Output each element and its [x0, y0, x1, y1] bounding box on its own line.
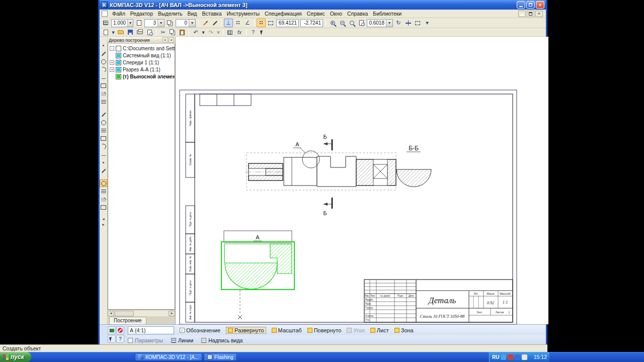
pan-button[interactable]: [404, 19, 413, 27]
close-button[interactable]: ×: [536, 1, 544, 9]
tree-item-detail-element-3[interactable]: (т) Выносной элемент 3: [108, 73, 175, 80]
tab-view-label[interactable]: Надпись вида: [201, 337, 243, 343]
left-tool-icon-12[interactable]: [100, 135, 107, 142]
menu-item-editor[interactable]: Редактор: [128, 10, 155, 17]
left-tool-icon-13[interactable]: [100, 143, 107, 150]
help-button[interactable]: ?: [249, 28, 258, 37]
mdi-close-button[interactable]: ×: [535, 11, 543, 17]
zoom-in-button[interactable]: [328, 19, 337, 27]
menu-item-libraries[interactable]: Библиотеки: [370, 10, 404, 17]
left-tool-icon-15[interactable]: [100, 159, 107, 166]
expand-toggle[interactable]: +: [110, 60, 114, 65]
toggle-angle[interactable]: Угол: [347, 327, 365, 333]
save-button[interactable]: [126, 28, 135, 37]
scroll-thumb[interactable]: [115, 311, 134, 316]
mdi-minimize-button[interactable]: [518, 11, 526, 17]
spec-manager-button[interactable]: [225, 28, 234, 37]
redo-button[interactable]: ↷: [206, 28, 215, 37]
taskbar-item-kompas[interactable]: КОМПАС-3D V12 - [А...: [135, 353, 202, 361]
left-tool-icon-4[interactable]: [100, 66, 107, 73]
drawing-canvas[interactable]: Перв. примен. Справ. № Подп. и дата Инв.…: [176, 37, 548, 324]
left-tool-icon-9[interactable]: [100, 111, 107, 118]
menu-item-help[interactable]: Справка: [345, 10, 370, 17]
local-csys-button[interactable]: [210, 19, 219, 27]
mdi-restore-button[interactable]: [527, 11, 534, 17]
ortho-drawing-toggle[interactable]: ⊥: [224, 19, 233, 27]
toggle-scale[interactable]: Масштаб: [272, 327, 302, 333]
minimize-button[interactable]: [517, 1, 525, 9]
view-designation-input[interactable]: А (4:1): [128, 326, 174, 334]
zoom-rect-button[interactable]: [347, 19, 356, 27]
view-options-dropdown[interactable]: ▾: [423, 19, 432, 27]
drawing-svg[interactable]: Перв. примен. Справ. № Подп. и дата Инв.…: [176, 37, 548, 324]
round-coords-button[interactable]: [266, 19, 275, 27]
mdi-document-icon[interactable]: [102, 11, 108, 17]
tab-parameters[interactable]: Параметры: [128, 337, 163, 343]
scroll-left-button[interactable]: ◂: [108, 311, 114, 316]
left-tool-icon-19[interactable]: [100, 196, 107, 203]
tree-item-system-view[interactable]: Системный вид (1:1): [108, 52, 175, 59]
toggle-zone[interactable]: Зона: [394, 327, 414, 333]
left-tool-icon-18[interactable]: [100, 188, 107, 195]
redo-dropdown[interactable]: ▾: [216, 28, 221, 37]
expand-toggle[interactable]: +: [110, 67, 114, 72]
undo-dropdown[interactable]: ▾: [201, 28, 206, 37]
menu-item-service[interactable]: Сервис: [304, 10, 328, 17]
snap-setup-button[interactable]: [233, 19, 243, 27]
paste-button[interactable]: [178, 28, 187, 37]
left-tool-icon-3[interactable]: [100, 58, 107, 65]
print-button[interactable]: [135, 28, 144, 37]
menu-item-insert[interactable]: Вставка: [199, 10, 224, 17]
cursor-step-combo[interactable]: 1.000 ▾: [111, 19, 133, 27]
show-all-button[interactable]: [413, 19, 422, 27]
property-help-button[interactable]: ?: [116, 335, 124, 343]
language-indicator[interactable]: RU: [492, 354, 499, 360]
copy-button[interactable]: [168, 28, 177, 37]
tab-construction[interactable]: Построение: [109, 317, 146, 324]
angle-snap-button[interactable]: ∠: [243, 19, 252, 27]
zoom-page-button[interactable]: [357, 19, 366, 27]
undo-button[interactable]: ↶: [191, 28, 200, 37]
toggle-sheet[interactable]: Лист: [370, 327, 389, 333]
current-layer-combo[interactable]: 0 ▾: [176, 19, 196, 27]
current-view-combo[interactable]: 3 ▾: [144, 19, 165, 27]
tree-item-root[interactable]: - C:\Documents and Settings\студе: [108, 45, 175, 52]
menu-item-specification[interactable]: Спецификация: [262, 10, 304, 17]
tab-lines[interactable]: Линии: [171, 337, 193, 343]
tree-item-section-aa[interactable]: + Разрез А-А (1:1): [108, 66, 175, 73]
layer-list-button[interactable]: [166, 19, 175, 27]
tray-icon-2[interactable]: [508, 354, 513, 360]
left-tool-icon-20[interactable]: [100, 204, 107, 211]
tree-close-button[interactable]: ×: [169, 37, 174, 43]
start-button[interactable]: пуск: [0, 352, 31, 362]
left-tool-icon-11[interactable]: [100, 127, 107, 134]
cursor-step-button[interactable]: [101, 19, 110, 27]
toggle-rotated[interactable]: Повернуто: [307, 327, 342, 333]
left-tool-icon-5[interactable]: [100, 74, 107, 81]
pin-button[interactable]: ▪: [163, 37, 168, 43]
refresh-view-button[interactable]: ↻: [394, 19, 403, 27]
cut-button[interactable]: ✂: [158, 28, 168, 37]
expand-toggle[interactable]: -: [110, 46, 114, 51]
menu-item-view[interactable]: Вид: [185, 10, 199, 17]
tree-item-front-view[interactable]: + Спереди 1 (1:1): [108, 59, 175, 66]
left-tool-icon-2[interactable]: [100, 50, 107, 57]
left-tool-icon-7[interactable]: [100, 90, 107, 98]
panel-scroll-down[interactable]: ▸: [102, 222, 104, 227]
preview-button[interactable]: [145, 28, 154, 37]
create-object-button[interactable]: [108, 326, 116, 334]
tray-icon-3[interactable]: [515, 354, 520, 360]
open-button[interactable]: [116, 28, 125, 37]
detail-callout-tool[interactable]: [100, 179, 107, 187]
left-tool-icon-10[interactable]: [100, 119, 107, 126]
toggle-designation[interactable]: ✓ Обозначение: [180, 327, 220, 333]
coord-x-field[interactable]: 69.4121: [276, 19, 299, 27]
interrupt-command-button[interactable]: [116, 326, 124, 334]
menu-item-select[interactable]: Выделить: [155, 10, 185, 17]
left-tool-icon-16[interactable]: [100, 167, 107, 174]
new-document-button[interactable]: [101, 28, 110, 37]
new-document-dropdown[interactable]: ▾: [111, 28, 116, 37]
menu-item-file[interactable]: Файл: [110, 10, 128, 17]
geometry-calculator-button[interactable]: [201, 19, 210, 27]
left-tool-icon-8[interactable]: [100, 98, 107, 106]
